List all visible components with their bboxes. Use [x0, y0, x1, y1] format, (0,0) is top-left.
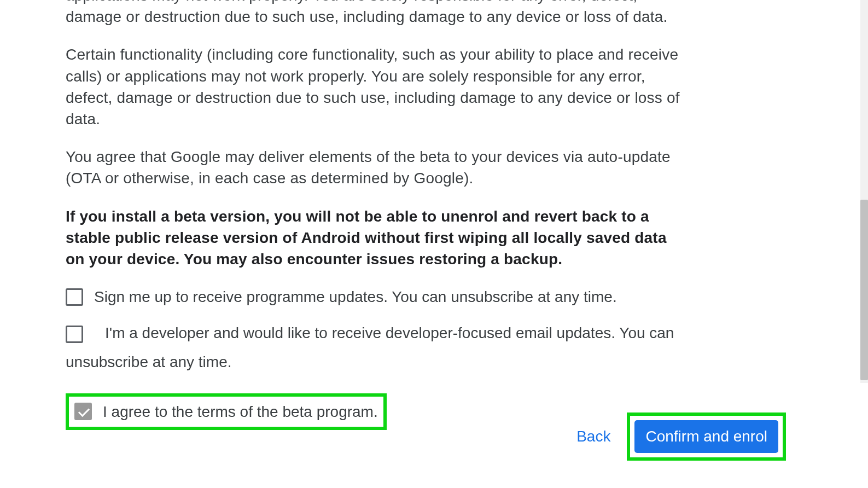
scrollbar-thumb[interactable]	[860, 200, 868, 380]
confirm-enrol-button[interactable]: Confirm and enrol	[634, 420, 778, 453]
developer-updates-label: I'm a developer and would like to receiv…	[66, 324, 674, 370]
signup-updates-label: Sign me up to receive programme updates.…	[94, 286, 617, 307]
terms-paragraph-partial: applications may not work properly. You …	[66, 0, 684, 27]
terms-paragraph-ota: You agree that Google may deliver elemen…	[66, 146, 684, 189]
agree-terms-checkbox[interactable]	[74, 403, 92, 420]
agree-terms-label: I agree to the terms of the beta program…	[103, 401, 378, 422]
signup-updates-checkbox[interactable]	[66, 288, 83, 306]
agree-terms-highlight: I agree to the terms of the beta program…	[66, 393, 387, 430]
signup-updates-row: Sign me up to receive programme updates.…	[66, 286, 684, 307]
developer-updates-row: I'm a developer and would like to receiv…	[66, 318, 684, 376]
back-button[interactable]: Back	[576, 428, 610, 445]
terms-content: applications may not work properly. You …	[0, 0, 749, 430]
terms-paragraph-functionality: Certain functionality (including core fu…	[66, 44, 684, 130]
developer-updates-checkbox[interactable]	[66, 326, 83, 343]
terms-paragraph-warning: If you install a beta version, you will …	[66, 206, 684, 270]
confirm-button-highlight: Confirm and enrol	[627, 413, 786, 461]
dialog-actions: Back Confirm and enrol	[576, 413, 786, 461]
